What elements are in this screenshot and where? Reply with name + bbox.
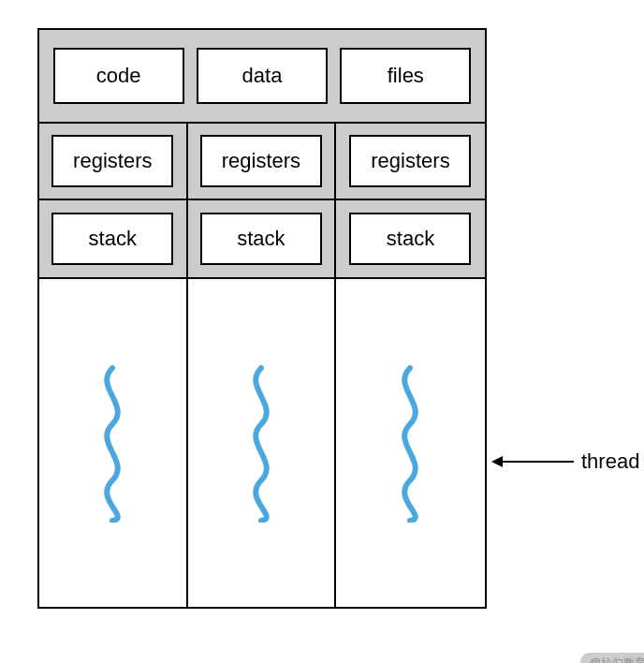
shared-cell-files: files bbox=[340, 48, 471, 104]
thread-icon bbox=[387, 363, 433, 523]
per-thread-col: registers stack bbox=[188, 124, 337, 277]
per-thread-col: registers stack bbox=[39, 124, 188, 277]
cell-wrap: stack bbox=[188, 200, 335, 277]
thread-col bbox=[188, 279, 337, 607]
svg-marker-1 bbox=[491, 456, 503, 467]
per-thread-col: registers stack bbox=[336, 124, 485, 277]
stack-cell: stack bbox=[349, 213, 471, 265]
thread-icon bbox=[89, 363, 136, 523]
cell-wrap: stack bbox=[39, 200, 186, 277]
watermark-text: @拉勾教育 bbox=[590, 656, 644, 663]
thread-col bbox=[336, 279, 485, 607]
threads-row bbox=[39, 279, 485, 607]
arrow-left-icon bbox=[491, 452, 576, 471]
cell-wrap: stack bbox=[336, 200, 485, 277]
registers-cell: registers bbox=[349, 135, 471, 187]
thread-annotation: thread bbox=[491, 449, 639, 474]
registers-label: registers bbox=[73, 149, 152, 173]
process-box: code data files registers stack bbox=[37, 28, 487, 609]
cell-wrap: registers bbox=[39, 124, 186, 200]
stack-cell: stack bbox=[51, 213, 173, 265]
cell-wrap: registers bbox=[336, 124, 485, 200]
annotation-label: thread bbox=[581, 449, 639, 474]
watermark: @拉勾教育 bbox=[580, 653, 644, 663]
registers-label: registers bbox=[371, 149, 449, 173]
stack-cell: stack bbox=[200, 213, 322, 265]
shared-label: files bbox=[388, 64, 424, 88]
stack-label: stack bbox=[237, 227, 285, 251]
shared-cell-code: code bbox=[53, 48, 184, 104]
registers-cell: registers bbox=[51, 135, 173, 187]
shared-resources-row: code data files bbox=[39, 30, 485, 124]
thread-icon bbox=[238, 363, 285, 523]
shared-cell-data: data bbox=[197, 48, 328, 104]
per-thread-resources: registers stack registers stac bbox=[39, 124, 485, 279]
registers-cell: registers bbox=[200, 135, 322, 187]
thread-col bbox=[39, 279, 188, 607]
cell-wrap: registers bbox=[188, 124, 335, 200]
shared-label: data bbox=[242, 64, 283, 88]
diagram-container: code data files registers stack bbox=[19, 19, 644, 663]
registers-label: registers bbox=[222, 149, 300, 173]
shared-label: code bbox=[96, 64, 141, 88]
stack-label: stack bbox=[89, 227, 137, 251]
stack-label: stack bbox=[387, 227, 434, 251]
